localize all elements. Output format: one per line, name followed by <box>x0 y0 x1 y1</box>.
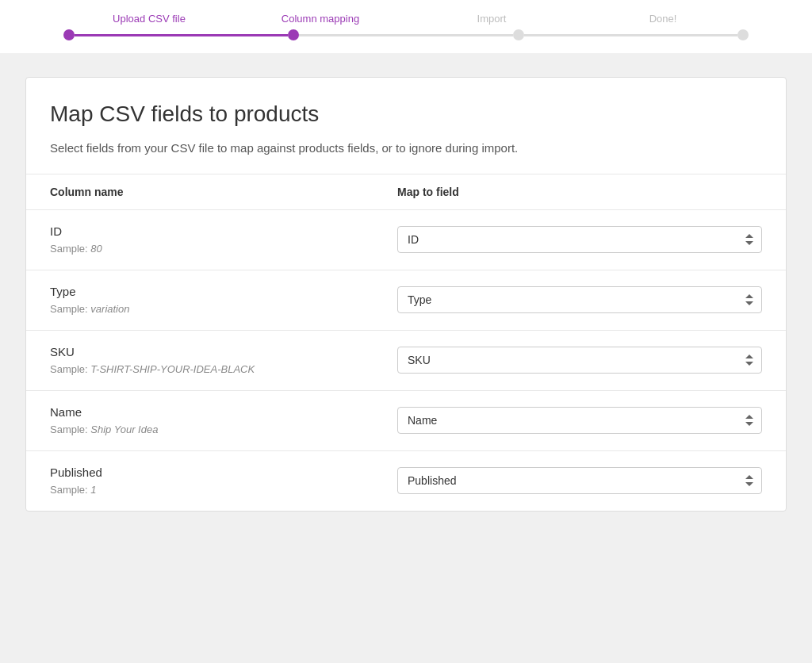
field-name-id: ID <box>50 224 397 238</box>
col-map-cell-id[interactable]: ID Type SKU Name Published -- Do not imp… <box>397 226 762 253</box>
col-map-cell-type[interactable]: ID Type SKU Name Published -- Do not imp… <box>397 286 762 313</box>
step-label-import: Import <box>406 13 577 25</box>
field-name-name: Name <box>50 405 397 419</box>
col-map-cell-published[interactable]: ID Type SKU Name Published -- Do not imp… <box>397 467 762 494</box>
field-name-published: Published <box>50 466 397 479</box>
table-header: Column name Map to field <box>26 174 786 210</box>
field-sample-sku: Sample: T-SHIRT-SHIP-YOUR-IDEA-BLACK <box>50 363 255 375</box>
page-title: Map CSV fields to products <box>50 102 762 127</box>
track-line-1 <box>75 34 288 36</box>
col-name-header: Column name <box>50 186 397 198</box>
steps-labels: Upload CSV file Column mapping Import Do… <box>63 13 749 25</box>
col-name-cell-type: Type Sample: variation <box>50 285 397 316</box>
table-row: Name Sample: Ship Your Idea ID Type SKU … <box>26 391 786 451</box>
page-description: Select fields from your CSV file to map … <box>50 140 762 158</box>
field-name-sku: SKU <box>50 345 397 358</box>
field-sample-published: Sample: 1 <box>50 484 97 496</box>
track-line-3 <box>524 34 737 36</box>
map-select-name[interactable]: ID Type SKU Name Published -- Do not imp… <box>397 407 762 434</box>
progress-section: Upload CSV file Column mapping Import Do… <box>0 0 812 53</box>
col-name-cell-published: Published Sample: 1 <box>50 466 397 496</box>
col-map-cell-name[interactable]: ID Type SKU Name Published -- Do not imp… <box>397 407 762 434</box>
field-sample-name: Sample: Ship Your Idea <box>50 423 158 435</box>
step-dot-2 <box>288 29 299 40</box>
map-select-type[interactable]: ID Type SKU Name Published -- Do not imp… <box>397 286 762 313</box>
map-select-sku[interactable]: ID Type SKU Name Published -- Do not imp… <box>397 347 762 374</box>
progress-track <box>63 29 749 53</box>
step-dot-1 <box>63 29 75 40</box>
step-label-mapping: Column mapping <box>235 13 406 25</box>
field-name-type: Type <box>50 285 397 298</box>
map-select-published[interactable]: ID Type SKU Name Published -- Do not imp… <box>397 467 762 494</box>
table-row: SKU Sample: T-SHIRT-SHIP-YOUR-IDEA-BLACK… <box>26 331 786 391</box>
step-dot-4 <box>737 29 749 40</box>
field-sample-type: Sample: variation <box>50 303 129 315</box>
track-line-2 <box>299 34 512 36</box>
table-row: ID Sample: 80 ID Type SKU Name Published… <box>26 210 786 270</box>
map-select-id[interactable]: ID Type SKU Name Published -- Do not imp… <box>397 226 762 253</box>
table-row: Published Sample: 1 ID Type SKU Name Pub… <box>26 451 786 511</box>
step-dot-3 <box>513 29 524 40</box>
step-label-upload: Upload CSV file <box>63 13 235 25</box>
col-map-cell-sku[interactable]: ID Type SKU Name Published -- Do not imp… <box>397 347 762 374</box>
step-label-done: Done! <box>577 13 749 25</box>
main-content: Map CSV fields to products Select fields… <box>25 77 787 512</box>
col-name-cell-sku: SKU Sample: T-SHIRT-SHIP-YOUR-IDEA-BLACK <box>50 345 397 376</box>
table-row: Type Sample: variation ID Type SKU Name … <box>26 270 786 331</box>
header-section: Map CSV fields to products Select fields… <box>26 78 786 174</box>
col-map-header: Map to field <box>397 186 762 198</box>
col-name-cell-id: ID Sample: 80 <box>50 224 397 255</box>
col-name-cell-name: Name Sample: Ship Your Idea <box>50 405 397 436</box>
mapping-table: Column name Map to field ID Sample: 80 I… <box>26 174 786 511</box>
field-sample-id: Sample: 80 <box>50 243 102 255</box>
